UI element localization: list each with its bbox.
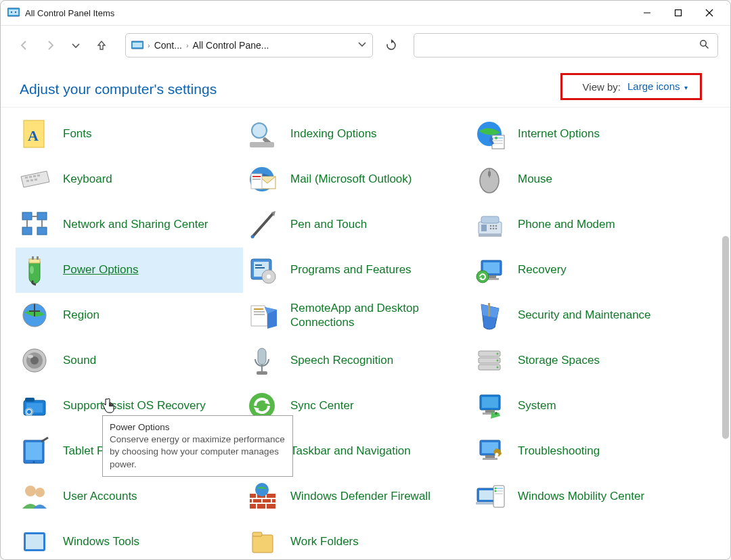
item-label: SupportAssist OS Recovery [63, 399, 206, 413]
item-label: Region [63, 308, 99, 322]
item-fonts[interactable]: Fonts [16, 112, 243, 157]
phone-icon [474, 210, 506, 241]
tools-icon [20, 527, 51, 558]
item-sound[interactable]: Sound [16, 338, 243, 383]
item-label: Work Folders [290, 535, 359, 549]
blank-icon [474, 527, 506, 558]
item-label: Sync Center [290, 399, 354, 413]
content-area: FontsIndexing OptionsInternet OptionsKey… [1, 107, 730, 559]
cursor-hand-icon [101, 397, 116, 417]
item-mouse[interactable]: Mouse [470, 157, 698, 202]
item-pen-and-touch[interactable]: Pen and Touch [243, 202, 470, 248]
viewby-value: Large icons [627, 80, 680, 92]
item-security-and-maintenance[interactable]: Security and Maintenance [470, 293, 698, 338]
item-label: Windows Mobility Center [518, 490, 644, 503]
item-storage-spaces[interactable]: Storage Spaces [470, 338, 698, 383]
breadcrumb-root[interactable]: Cont... [154, 40, 182, 51]
item-label: Speech Recognition [290, 354, 393, 367]
item-label: Phone and Modem [518, 218, 615, 231]
item-label: Storage Spaces [518, 354, 600, 367]
item-label: Windows Defender Firewall [290, 490, 430, 503]
vertical-scrollbar[interactable] [722, 236, 729, 439]
tooltip-title: Power Options [110, 422, 170, 432]
control-panel-app-icon [7, 7, 20, 19]
item-label: Mail (Microsoft Outlook) [290, 172, 412, 186]
work-icon [247, 527, 278, 558]
sound-icon [20, 346, 51, 377]
item-label: Fonts [63, 127, 92, 141]
item-windows-mobility-center[interactable]: Windows Mobility Center [470, 474, 698, 519]
item-label: User Accounts [63, 490, 137, 503]
item-mail-microsoft-outlook[interactable]: Mail (Microsoft Outlook) [243, 157, 470, 202]
dropdown-caret-icon: ▾ [684, 84, 688, 91]
storage-icon [474, 346, 506, 377]
item-label: Keyboard [63, 172, 112, 186]
item-troubleshooting[interactable]: Troubleshooting [470, 429, 698, 474]
item-label: RemoteApp and Desktop Connections [290, 302, 464, 329]
fonts-icon [20, 119, 51, 150]
svg-line-11 [705, 45, 708, 48]
viewby-dropdown[interactable]: Large icons ▾ [627, 80, 688, 93]
item-label: Troubleshooting [518, 444, 600, 458]
item-keyboard[interactable]: Keyboard [16, 157, 243, 202]
firewall-icon [247, 482, 278, 513]
tablet-icon [20, 436, 51, 467]
item-label: Taskbar and Navigation [290, 444, 411, 458]
item-system[interactable]: System [470, 383, 698, 429]
item-programs-and-features[interactable]: Programs and Features [243, 248, 470, 293]
back-button[interactable] [13, 34, 36, 57]
item-speech-recognition[interactable]: Speech Recognition [243, 338, 470, 383]
item-region[interactable]: Region [16, 293, 243, 338]
item-work-folders[interactable]: Work Folders [243, 519, 470, 559]
address-bar[interactable]: › Cont... › All Control Pane... [125, 33, 373, 57]
address-dropdown-button[interactable] [357, 39, 367, 51]
recovery-icon [474, 255, 506, 286]
item-indexing-options[interactable]: Indexing Options [243, 112, 470, 157]
item-network-and-sharing-center[interactable]: Network and Sharing Center [16, 202, 243, 248]
close-button[interactable] [694, 1, 725, 25]
item-internet-options[interactable]: Internet Options [470, 112, 698, 157]
chevron-right-icon: › [148, 41, 150, 49]
indexing-icon [247, 119, 278, 150]
window-title: All Control Panel Items [25, 8, 632, 18]
item-label: System [518, 399, 556, 413]
item-user-accounts[interactable]: User Accounts [16, 474, 243, 519]
forward-button[interactable] [39, 34, 62, 57]
navbar: › Cont... › All Control Pane... [1, 26, 730, 65]
item-windows-tools[interactable]: Windows Tools [16, 519, 243, 559]
refresh-button[interactable] [380, 34, 403, 57]
item-remoteapp-and-desktop-connections[interactable]: RemoteApp and Desktop Connections [243, 293, 470, 338]
search-box[interactable] [414, 33, 718, 57]
item-recovery[interactable]: Recovery [470, 248, 698, 293]
recent-locations-button[interactable] [64, 34, 87, 57]
remote-icon [247, 300, 278, 331]
support-icon [20, 391, 51, 422]
control-panel-window: All Control Panel Items › Cont... › All … [0, 0, 731, 560]
mobility-icon [474, 482, 506, 513]
minimize-button[interactable] [632, 1, 663, 25]
power-icon [20, 255, 51, 286]
network-icon [20, 210, 51, 241]
breadcrumb-current[interactable]: All Control Pane... [193, 40, 269, 51]
item-label: Internet Options [518, 127, 600, 141]
item-label: Power Options [63, 263, 139, 277]
control-panel-icon [131, 41, 143, 50]
items-grid: FontsIndexing OptionsInternet OptionsKey… [1, 108, 730, 559]
item-label: Indexing Options [290, 127, 377, 141]
users-icon [20, 482, 51, 513]
search-icon[interactable] [691, 39, 717, 52]
svg-point-10 [701, 40, 706, 45]
mail-icon [247, 164, 278, 195]
item-label: Sound [63, 354, 96, 367]
speech-icon [247, 346, 278, 377]
item-phone-and-modem[interactable]: Phone and Modem [470, 202, 698, 248]
maximize-button[interactable] [663, 1, 694, 25]
page-title: Adjust your computer's settings [20, 81, 217, 97]
item-power-options[interactable]: Power Options [16, 248, 243, 293]
item-blank[interactable] [470, 519, 698, 559]
up-button[interactable] [90, 34, 113, 57]
search-input[interactable] [414, 40, 691, 51]
keyboard-icon [20, 164, 51, 195]
item-windows-defender-firewall[interactable]: Windows Defender Firewall [243, 474, 470, 519]
tooltip: Power Options Conserve energy or maximiz… [102, 415, 293, 477]
